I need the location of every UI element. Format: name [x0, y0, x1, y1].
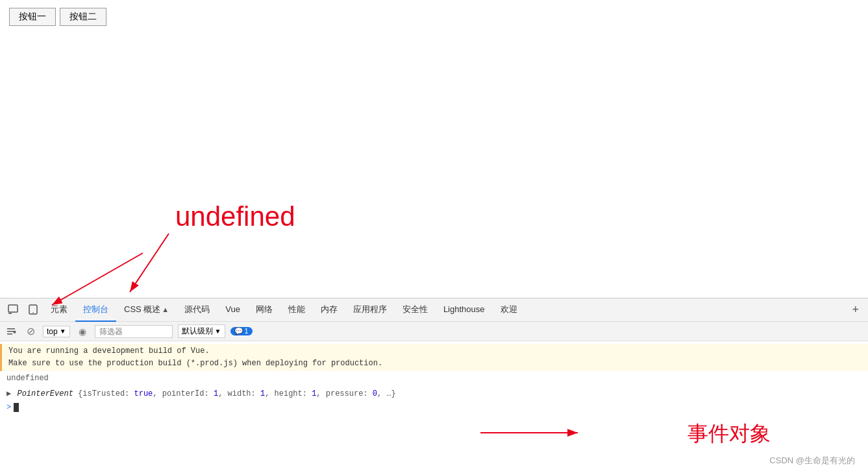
console-cursor: [14, 403, 19, 412]
tab-sources[interactable]: 源代码: [177, 298, 217, 322]
console-vue-warning: You are running a development build of V…: [0, 344, 868, 371]
page-buttons: 按钮一 按钮二: [0, 0, 868, 34]
tab-application[interactable]: 应用程序: [345, 298, 395, 322]
tab-performance[interactable]: 性能: [280, 298, 313, 322]
filter-input[interactable]: [95, 325, 173, 338]
message-count-badge: 💬1: [230, 327, 253, 335]
console-output: You are running a development build of V…: [0, 341, 868, 473]
tab-security[interactable]: 安全性: [395, 298, 436, 322]
object-expand-triangle[interactable]: ▶: [6, 389, 11, 398]
tab-welcome[interactable]: 欢迎: [493, 298, 525, 322]
svg-point-5: [32, 312, 34, 313]
log-level-selector[interactable]: 默认级别 ▼: [178, 324, 225, 338]
console-prompt: >: [6, 403, 11, 412]
eye-icon-button[interactable]: ◉: [75, 324, 90, 339]
console-undefined: undefined: [0, 371, 868, 386]
undefined-arrow: [117, 227, 182, 305]
inspect-icon: [8, 304, 18, 315]
tab-lighthouse[interactable]: Lighthouse: [436, 298, 493, 322]
svg-rect-2: [8, 305, 18, 312]
devtools-tabs: 元素 控制台 CSS 概述 ▲ 源代码 Vue 网络 性能 内存 应用程序 安全…: [0, 298, 868, 322]
tab-css-overview[interactable]: CSS 概述 ▲: [116, 298, 177, 322]
tab-network[interactable]: 网络: [248, 298, 280, 322]
clear-icon: [6, 326, 16, 337]
device-icon: [29, 304, 38, 315]
svg-rect-6: [7, 328, 15, 330]
tab-device-icon[interactable]: [23, 298, 43, 322]
csdn-watermark: CSDN @生命是有光的: [769, 455, 855, 467]
tab-inspect-icon[interactable]: [3, 298, 23, 322]
filter-toggle-button[interactable]: ⊘: [23, 324, 38, 339]
clear-console-button[interactable]: [4, 324, 18, 339]
devtools-panel: 元素 控制台 CSS 概述 ▲ 源代码 Vue 网络 性能 内存 应用程序 安全…: [0, 298, 868, 473]
tab-console[interactable]: 控制台: [75, 298, 116, 322]
context-dropdown-icon: ▼: [60, 328, 66, 335]
log-level-dropdown-icon: ▼: [215, 328, 221, 335]
tab-vue[interactable]: Vue: [217, 298, 248, 322]
svg-rect-8: [7, 334, 12, 335]
tab-elements[interactable]: 元素: [43, 298, 75, 322]
css-overview-badge: ▲: [162, 306, 169, 313]
devtools-toolbar: ⊘ top ▼ ◉ 默认级别 ▼ 💬1: [0, 322, 868, 341]
tab-more-button[interactable]: +: [845, 299, 865, 321]
svg-line-1: [130, 234, 169, 292]
console-input-line[interactable]: >: [0, 402, 868, 413]
undefined-annotation: undefined: [175, 201, 295, 232]
button-two[interactable]: 按钮二: [60, 8, 106, 26]
context-selector[interactable]: top ▼: [43, 326, 70, 337]
button-one[interactable]: 按钮一: [9, 8, 56, 26]
page-area: 按钮一 按钮二 undefined: [0, 0, 868, 298]
console-pointer-event[interactable]: ▶ PointerEvent {isTrusted: true, pointer…: [0, 387, 868, 402]
tab-memory[interactable]: 内存: [313, 298, 345, 322]
